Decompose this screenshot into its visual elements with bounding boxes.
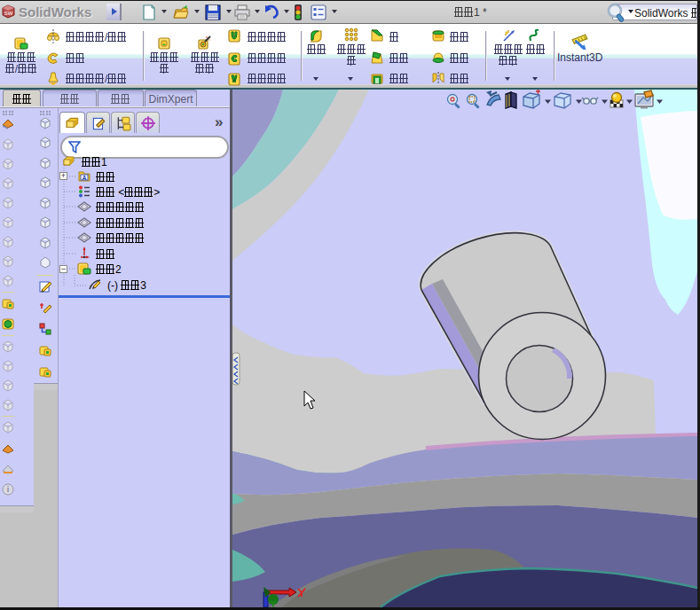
svg-text:i: i — [7, 485, 10, 494]
svg-text:SW: SW — [4, 11, 13, 16]
